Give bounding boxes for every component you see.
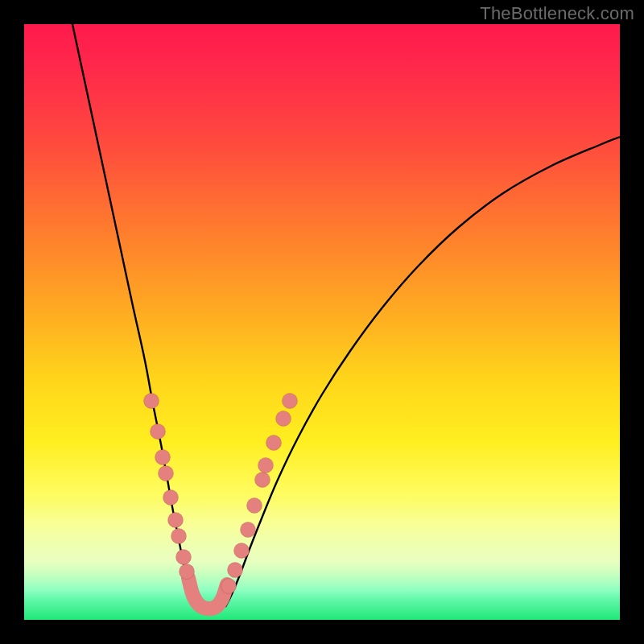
curve-right-arm <box>225 137 620 607</box>
salmon-dot <box>276 411 291 427</box>
salmon-dot <box>221 579 237 594</box>
salmon-dot <box>151 424 166 440</box>
salmon-dot <box>241 522 256 538</box>
curve-lines <box>72 24 620 607</box>
salmon-dot <box>255 473 270 488</box>
chart-svg <box>24 24 620 620</box>
salmon-dot <box>283 394 298 409</box>
salmon-dot <box>234 543 250 559</box>
salmon-dot <box>176 550 192 565</box>
salmon-dot <box>163 490 179 506</box>
salmon-dots-group <box>144 394 298 594</box>
salmon-dot <box>144 394 159 409</box>
salmon-dot <box>155 450 171 465</box>
salmon-dot <box>258 458 274 473</box>
salmon-dot <box>228 563 243 578</box>
salmon-dot <box>159 466 174 481</box>
salmon-dot <box>171 529 187 544</box>
salmon-dot <box>266 436 282 451</box>
salmon-dot <box>247 498 262 514</box>
salmon-dot <box>168 513 184 528</box>
salmon-u-shape <box>188 578 227 609</box>
salmon-dot <box>180 564 195 580</box>
watermark-text: TheBottleneck.com <box>480 3 634 24</box>
chart-frame <box>24 24 620 620</box>
